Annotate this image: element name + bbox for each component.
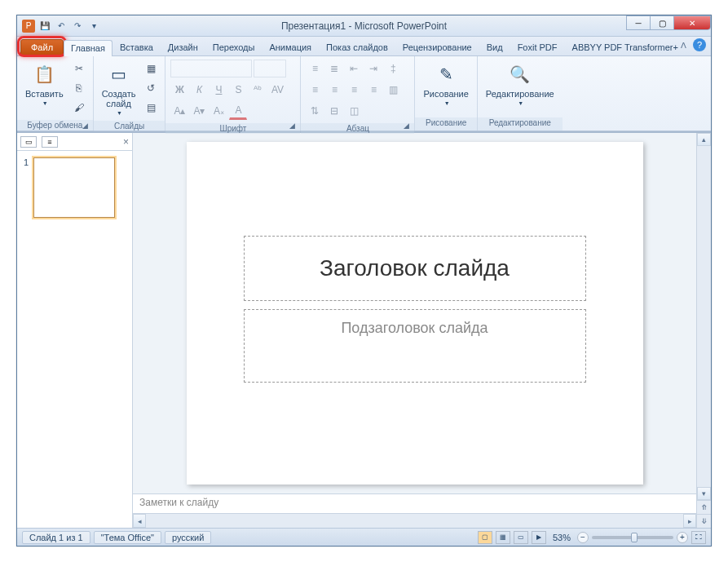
dialog-launcher-icon[interactable]: ◢	[289, 122, 295, 130]
slide-panel: ▭ ≡ × 1	[17, 133, 133, 528]
tab-abbyy[interactable]: ABBYY PDF Transformer+	[565, 39, 686, 55]
zoom-out-button[interactable]: −	[577, 532, 589, 543]
text-direction-icon[interactable]: ⇅	[306, 102, 324, 120]
qat-customize-icon[interactable]: ▾	[87, 20, 100, 33]
align-right-icon[interactable]: ≡	[345, 81, 363, 99]
outline-tab[interactable]: ≡	[42, 136, 58, 148]
tab-foxit[interactable]: Foxit PDF	[510, 39, 565, 55]
tab-insert[interactable]: Вставка	[113, 39, 161, 55]
fit-window-icon[interactable]: ⛶	[691, 531, 706, 544]
tab-transitions[interactable]: Переходы	[205, 39, 263, 55]
language-indicator[interactable]: русский	[165, 531, 211, 544]
vertical-scrollbar[interactable]: ▴ ▾ ⤊ ⤋	[696, 133, 711, 528]
slides-tab[interactable]: ▭	[20, 136, 37, 148]
group-slides-label: Слайды	[94, 121, 165, 131]
scroll-left-icon[interactable]: ◂	[133, 514, 146, 528]
maximize-button[interactable]: ▢	[650, 15, 674, 30]
char-spacing-icon[interactable]: AV	[268, 81, 286, 99]
title-placeholder[interactable]: Заголовок слайда	[244, 236, 586, 301]
thumbnail-number: 1	[24, 157, 29, 218]
undo-icon[interactable]: ↶	[55, 20, 68, 33]
normal-view-icon[interactable]: ▢	[478, 531, 492, 544]
slide-counter[interactable]: Слайд 1 из 1	[22, 531, 90, 544]
drawing-button[interactable]: ✎ Рисование ▼	[420, 60, 471, 108]
copy-icon[interactable]: ⎘	[70, 79, 88, 97]
indent-more-icon[interactable]: ⇥	[364, 60, 382, 77]
align-center-icon[interactable]: ≡	[325, 81, 343, 99]
grow-font-icon[interactable]: A▴	[170, 102, 188, 120]
zoom-slider[interactable]	[592, 536, 673, 539]
save-icon[interactable]: 💾	[38, 20, 51, 33]
redo-icon[interactable]: ↷	[71, 20, 84, 33]
tab-review[interactable]: Рецензирование	[395, 39, 479, 55]
align-text-icon[interactable]: ⊟	[325, 102, 343, 120]
align-left-icon[interactable]: ≡	[306, 81, 324, 99]
reading-view-icon[interactable]: ▭	[514, 531, 528, 544]
slideshow-view-icon[interactable]: ▶	[532, 531, 546, 544]
format-painter-icon[interactable]: 🖌	[70, 99, 88, 117]
tab-home[interactable]: Главная	[64, 40, 113, 56]
group-paragraph: ≡ ≣ ⇤ ⇥ ‡ ≡ ≡ ≡ ≡ ▥ ⇅ ⊟	[301, 56, 415, 131]
new-slide-icon: ▭	[106, 61, 132, 87]
bold-icon[interactable]: Ж	[170, 81, 188, 99]
statusbar: Слайд 1 из 1 "Тема Office" русский ▢ ▦ ▭…	[17, 528, 711, 546]
strike-icon[interactable]: S	[229, 81, 247, 99]
cut-icon[interactable]: ✂	[70, 60, 88, 77]
tab-file[interactable]: Файл	[20, 39, 64, 55]
next-slide-icon[interactable]: ⤋	[697, 514, 711, 528]
editing-button[interactable]: 🔍 Редактирование ▼	[483, 60, 558, 108]
scroll-up-icon[interactable]: ▴	[697, 133, 711, 146]
app-icon[interactable]: P	[22, 20, 35, 33]
shadow-icon[interactable]: ᴬᵇ	[249, 81, 267, 99]
find-icon: 🔍	[507, 61, 533, 87]
ribbon-tabs: Файл Главная Вставка Дизайн Переходы Ани…	[17, 37, 711, 56]
dialog-launcher-icon[interactable]: ◢	[404, 122, 409, 130]
tab-design[interactable]: Дизайн	[161, 39, 205, 55]
subtitle-placeholder[interactable]: Подзаголовок слайда	[244, 309, 586, 383]
layout-icon[interactable]: ▦	[142, 60, 160, 77]
close-button[interactable]: ✕	[673, 15, 711, 30]
font-color-icon[interactable]: A	[229, 102, 247, 120]
dialog-launcher-icon[interactable]: ◢	[82, 122, 88, 130]
window-controls: ─ ▢ ✕	[627, 15, 711, 32]
slide-canvas[interactable]: Заголовок слайда Подзаголовок слайда	[133, 133, 696, 493]
prev-slide-icon[interactable]: ⤊	[697, 500, 711, 514]
font-family-combo[interactable]	[170, 60, 252, 77]
sorter-view-icon[interactable]: ▦	[496, 531, 510, 544]
numbering-icon[interactable]: ≣	[325, 60, 343, 77]
font-size-combo[interactable]	[254, 60, 286, 77]
drawing-label: Рисование	[423, 89, 468, 99]
columns-icon[interactable]: ▥	[384, 81, 402, 99]
section-icon[interactable]: ▤	[142, 99, 160, 117]
scroll-right-icon[interactable]: ▸	[683, 514, 696, 528]
tab-slideshow[interactable]: Показ слайдов	[319, 39, 395, 55]
minimize-button[interactable]: ─	[626, 15, 651, 30]
chevron-down-icon: ▼	[518, 100, 523, 106]
justify-icon[interactable]: ≡	[364, 81, 382, 99]
zoom-thumb[interactable]	[631, 533, 638, 542]
tab-view[interactable]: Вид	[479, 39, 510, 55]
theme-name[interactable]: "Тема Office"	[94, 531, 161, 544]
panel-close-icon[interactable]: ×	[123, 136, 129, 148]
reset-icon[interactable]: ↺	[142, 79, 160, 97]
smartart-icon[interactable]: ◫	[345, 102, 363, 120]
notes-pane[interactable]: Заметки к слайду	[133, 493, 696, 513]
zoom-in-button[interactable]: +	[677, 532, 688, 543]
indent-less-icon[interactable]: ⇤	[345, 60, 363, 77]
help-icon[interactable]: ?	[693, 38, 706, 51]
minimize-ribbon-icon[interactable]: ᐱ	[677, 38, 690, 51]
shrink-font-icon[interactable]: A▾	[190, 102, 208, 120]
scroll-down-icon[interactable]: ▾	[697, 487, 711, 500]
zoom-percent[interactable]: 53%	[553, 533, 571, 542]
bullets-icon[interactable]: ≡	[306, 60, 324, 77]
paste-button[interactable]: 📋 Вставить ▼	[22, 60, 67, 108]
slide-thumbnail[interactable]	[33, 157, 115, 218]
tab-animations[interactable]: Анимация	[262, 39, 319, 55]
app-window: P 💾 ↶ ↷ ▾ Презентация1 - Microsoft Power…	[16, 15, 712, 547]
italic-icon[interactable]: К	[190, 81, 208, 99]
horizontal-scrollbar[interactable]: ◂ ▸	[133, 513, 696, 528]
new-slide-button[interactable]: ▭ Создать слайд ▼	[99, 60, 139, 117]
line-spacing-icon[interactable]: ‡	[384, 60, 402, 77]
underline-icon[interactable]: Ч	[210, 81, 227, 99]
clear-format-icon[interactable]: Aₓ	[210, 102, 227, 120]
